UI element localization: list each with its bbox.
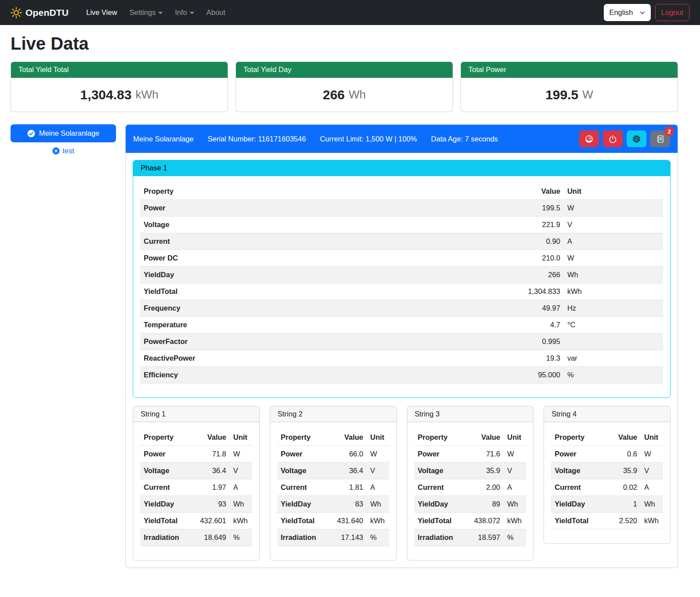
row-value: 71.8 (192, 446, 230, 463)
row-property: Voltage (140, 217, 470, 233)
page-content: Live Data Total Yield Total1,304.83kWhTo… (0, 25, 700, 568)
row-property: Temperature (140, 317, 470, 333)
page-title: Live Data (11, 34, 678, 54)
row-unit (564, 333, 663, 350)
row-value: 1.81 (329, 479, 367, 496)
table-row: YieldTotal438.072kWh (414, 513, 526, 529)
row-property: Power (551, 446, 602, 463)
table-row: Voltage35.9V (551, 463, 663, 479)
table-row: YieldTotal431.640kWh (277, 513, 389, 529)
nav-item-live-view[interactable]: Live View (81, 5, 122, 20)
table-row: Voltage36.4V (277, 463, 389, 479)
row-unit: A (367, 479, 389, 496)
summary-card-total-yield-day: Total Yield Day266Wh (236, 62, 453, 112)
row-value: 432.601 (192, 513, 230, 529)
table-row: YieldTotal1,304.833kWh (140, 283, 663, 300)
summary-card-title: Total Yield Day (236, 62, 453, 78)
language-select[interactable]: English (604, 4, 650, 21)
table-row: YieldDay266Wh (140, 267, 663, 283)
sun-icon (11, 7, 22, 18)
row-property: Power (140, 446, 192, 463)
phase-col-value: Value (470, 183, 564, 200)
brand[interactable]: OpenDTU (11, 7, 69, 18)
inverter-select-button[interactable]: Meine Solaranlage (11, 124, 116, 142)
row-property: YieldTotal (277, 513, 329, 529)
row-value: 83 (329, 496, 367, 513)
row-unit: Wh (641, 496, 663, 513)
row-value: 1,304.833 (470, 283, 564, 300)
table-row: Frequency49.97Hz (140, 300, 663, 317)
string-table: Property Value Unit Power66.0WVoltage36.… (277, 429, 389, 546)
table-row: Power0.6W (551, 446, 663, 463)
power-button[interactable] (603, 130, 623, 147)
event-log-button[interactable]: 2 (650, 130, 670, 147)
table-row: Temperature4.7°C (140, 317, 663, 333)
phase-card-title: Phase 1 (133, 160, 670, 176)
row-value: 18.597 (466, 529, 504, 546)
check-circle-icon (27, 130, 35, 137)
row-unit: A (504, 479, 526, 496)
table-row: Efficiency95.000% (140, 367, 663, 384)
row-unit: V (504, 463, 526, 479)
row-unit: W (230, 446, 252, 463)
row-property: YieldTotal (414, 513, 466, 529)
event-count-badge: 2 (664, 127, 674, 136)
row-property: PowerFactor (140, 333, 470, 350)
row-property: Current (551, 479, 602, 496)
device-info-button[interactable] (627, 130, 646, 147)
row-value: 0.90 (470, 233, 564, 250)
nav-item-about[interactable]: About (201, 5, 231, 20)
inverter-serial-number: Serial Number: 116171603546 (208, 135, 306, 143)
string-col-unit: Unit (230, 429, 252, 446)
row-value: 266 (470, 267, 564, 283)
logout-button[interactable]: Logout (655, 4, 689, 21)
row-value: 36.4 (192, 463, 230, 479)
row-unit: % (367, 529, 389, 546)
string-col-property: Property (414, 429, 466, 446)
row-property: YieldDay (140, 496, 192, 513)
row-unit: % (230, 529, 252, 546)
nav-item-info[interactable]: Info (170, 5, 199, 20)
string-table: Property Value Unit Power0.6WVoltage35.9… (551, 429, 663, 529)
summary-card-title: Total Power (461, 62, 678, 78)
summary-value: 266 (323, 87, 345, 102)
table-row: YieldDay1Wh (551, 496, 663, 513)
string-col-unit: Unit (641, 429, 663, 446)
summary-unit: W (582, 88, 593, 101)
inverter-sidebar: Meine Solaranlage test (11, 124, 116, 155)
power-icon (609, 135, 617, 143)
row-unit: kWh (504, 513, 526, 529)
row-value: 35.9 (466, 463, 504, 479)
caret-down-icon (158, 12, 163, 14)
summary-value: 199.5 (545, 87, 578, 102)
table-row: Power71.6W (414, 446, 526, 463)
limit-settings-button[interactable] (579, 130, 599, 147)
string-table: Property Value Unit Power71.6WVoltage35.… (414, 429, 526, 546)
row-value: 19.3 (470, 350, 564, 367)
caret-down-icon (190, 12, 194, 14)
row-value: 1.97 (192, 479, 230, 496)
row-value: 0.6 (602, 446, 641, 463)
row-unit: W (641, 446, 663, 463)
inverter-item-test-label: test (62, 147, 74, 155)
row-value: 1 (602, 496, 641, 513)
row-value: 66.0 (329, 446, 367, 463)
inverter-item-test[interactable]: test (11, 147, 116, 155)
summary-card-total-power: Total Power199.5W (461, 62, 678, 112)
row-property: Power (414, 446, 466, 463)
summary-unit: kWh (135, 88, 158, 101)
inverter-select-label: Meine Solaranlage (39, 129, 100, 137)
table-row: YieldTotal432.601kWh (140, 513, 252, 529)
row-unit: Wh (230, 496, 252, 513)
table-row: Voltage221.9V (140, 217, 663, 233)
row-property: Current (277, 479, 329, 496)
language-selected-value: English (609, 8, 633, 17)
string-card-string-4: String 4 Property Value Unit Power0.6WVo… (544, 406, 671, 544)
nav-item-settings[interactable]: Settings (124, 5, 168, 20)
phase-table: Property Value Unit Power199.5WVoltage22… (140, 183, 663, 384)
row-property: Power (140, 200, 470, 217)
nav-links: Live ViewSettingsInfoAbout (81, 5, 231, 20)
row-unit: W (564, 200, 663, 217)
strings-row: String 1 Property Value Unit Power71.8WV… (133, 406, 671, 561)
string-table: Property Value Unit Power71.8WVoltage36.… (140, 429, 252, 546)
